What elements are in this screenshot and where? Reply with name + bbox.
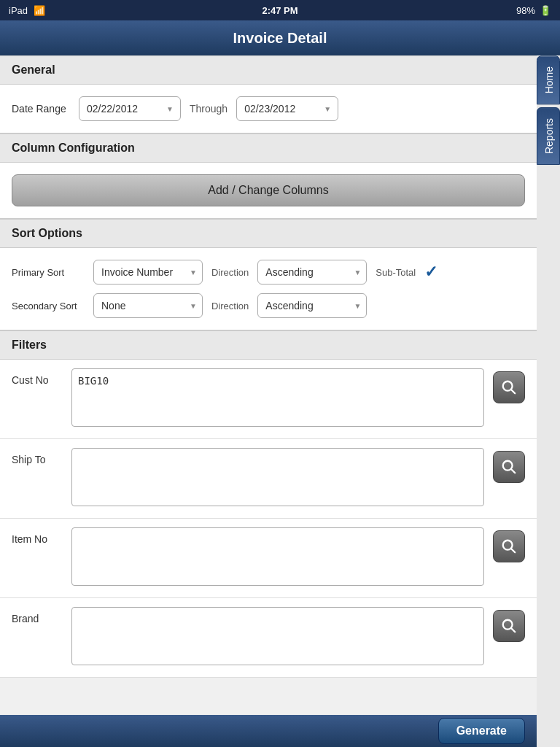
brand-search-button[interactable] xyxy=(493,610,525,642)
column-config-section: Add / Change Columns xyxy=(0,163,537,219)
filter-row-brand: Brand xyxy=(0,598,537,678)
item-no-input-wrapper xyxy=(71,527,484,589)
header: Invoice Detail xyxy=(0,20,560,55)
brand-input-wrapper xyxy=(71,607,484,668)
secondary-direction-select[interactable]: Ascending Descending xyxy=(257,293,367,318)
general-section: Date Range 02/22/2012 Through 02/23/2012 xyxy=(0,85,537,133)
date-from-select[interactable]: 02/22/2012 xyxy=(79,96,181,121)
secondary-sort-select-wrapper: None Invoice Number Date Customer Amount xyxy=(93,293,203,318)
svg-line-5 xyxy=(511,549,515,552)
status-bar: iPad 📶 2:47 PM 98% 🔋 xyxy=(0,0,560,20)
add-change-columns-button[interactable]: Add / Change Columns xyxy=(12,174,525,206)
sub-total-checkmark[interactable]: ✓ xyxy=(424,263,438,282)
svg-line-3 xyxy=(511,469,515,473)
ship-to-input-wrapper xyxy=(71,448,484,509)
search-icon xyxy=(501,538,517,554)
status-time: 2:47 PM xyxy=(262,5,298,16)
date-range-row: Date Range 02/22/2012 Through 02/23/2012 xyxy=(12,96,525,121)
primary-direction-label: Direction xyxy=(211,267,249,278)
secondary-sort-select[interactable]: None Invoice Number Date Customer Amount xyxy=(93,293,203,318)
svg-line-1 xyxy=(511,390,515,393)
date-to-select[interactable]: 02/23/2012 xyxy=(236,96,338,121)
ship-to-input[interactable] xyxy=(71,448,484,506)
search-icon xyxy=(501,379,517,395)
sort-options-section-header: Sort Options xyxy=(0,219,537,248)
page-title: Invoice Detail xyxy=(233,30,327,47)
sidebar-item-reports[interactable]: Reports xyxy=(537,107,560,165)
through-label: Through xyxy=(190,103,228,115)
column-config-section-header: Column Configuration xyxy=(0,133,537,163)
battery-label: 98% xyxy=(516,5,535,16)
brand-label: Brand xyxy=(12,607,63,624)
cust-no-label: Cust No xyxy=(12,368,63,386)
filters-section-header: Filters xyxy=(0,330,537,360)
cust-no-input[interactable]: BIG10 xyxy=(71,368,484,427)
item-no-label: Item No xyxy=(12,527,63,545)
battery-icon: 🔋 xyxy=(540,5,551,16)
date-to-wrapper: 02/23/2012 xyxy=(236,96,338,121)
primary-direction-select-wrapper: Ascending Descending xyxy=(257,260,367,285)
primary-direction-select[interactable]: Ascending Descending xyxy=(257,260,367,285)
primary-sort-row: Primary Sort Invoice Number Date Custome… xyxy=(12,260,525,285)
secondary-direction-label: Direction xyxy=(211,301,249,311)
secondary-direction-select-wrapper: Ascending Descending xyxy=(257,293,367,318)
generate-button[interactable]: Generate xyxy=(438,718,525,744)
status-right: 98% 🔋 xyxy=(516,5,551,16)
filter-row-ship-to: Ship To xyxy=(0,439,537,519)
general-section-header: General xyxy=(0,55,537,85)
side-tabs: Home Reports xyxy=(537,55,560,165)
filters-section: Cust No BIG10 Ship To xyxy=(0,360,537,678)
secondary-sort-row: Secondary Sort None Invoice Number Date … xyxy=(12,293,525,318)
date-range-label: Date Range xyxy=(12,103,70,115)
main-content: General Date Range 02/22/2012 Through 02… xyxy=(0,55,537,715)
ship-to-label: Ship To xyxy=(12,448,63,465)
footer: Generate xyxy=(0,715,537,747)
secondary-sort-label: Secondary Sort xyxy=(12,301,85,311)
filter-row-item-no: Item No xyxy=(0,519,537,598)
device-label: iPad xyxy=(9,5,28,16)
ship-to-search-button[interactable] xyxy=(493,451,525,483)
filter-row-cust-no: Cust No BIG10 xyxy=(0,360,537,439)
sort-section: Primary Sort Invoice Number Date Custome… xyxy=(0,248,537,330)
primary-sort-select-wrapper: Invoice Number Date Customer Amount xyxy=(93,260,203,285)
primary-sort-label: Primary Sort xyxy=(12,267,85,278)
date-from-wrapper: 02/22/2012 xyxy=(79,96,181,121)
sidebar-item-home[interactable]: Home xyxy=(537,55,560,104)
sub-total-label: Sub-Total xyxy=(376,267,416,278)
search-icon xyxy=(501,618,517,634)
item-no-search-button[interactable] xyxy=(493,530,525,562)
search-icon xyxy=(501,459,517,475)
cust-no-input-wrapper: BIG10 xyxy=(71,368,484,430)
svg-line-7 xyxy=(511,628,515,632)
status-left: iPad 📶 xyxy=(9,5,45,16)
cust-no-search-button[interactable] xyxy=(493,371,525,403)
wifi-icon: 📶 xyxy=(34,5,45,16)
brand-input[interactable] xyxy=(71,607,484,665)
primary-sort-select[interactable]: Invoice Number Date Customer Amount xyxy=(93,260,203,285)
item-no-input[interactable] xyxy=(71,527,484,586)
